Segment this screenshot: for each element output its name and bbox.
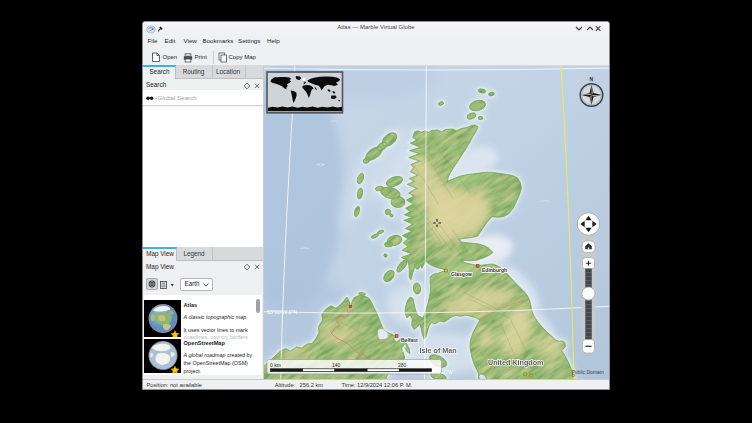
svg-text:Edinburgh: Edinburgh <box>482 266 507 272</box>
svg-text:Isle of Man: Isle of Man <box>419 346 456 355</box>
svg-text:Public Domain: Public Domain <box>571 369 603 375</box>
svg-text:0 km: 0 km <box>270 361 281 367</box>
svg-text:280: 280 <box>398 361 407 367</box>
svg-text:Glasgow: Glasgow <box>451 271 472 277</box>
svg-text:55°00'00.0"N: 55°00'00.0"N <box>267 308 298 314</box>
svg-text:N: N <box>589 76 593 82</box>
svg-text:United Kingdom: United Kingdom <box>488 358 544 367</box>
svg-text:Belfast: Belfast <box>401 337 418 343</box>
svg-text:140: 140 <box>332 361 341 367</box>
